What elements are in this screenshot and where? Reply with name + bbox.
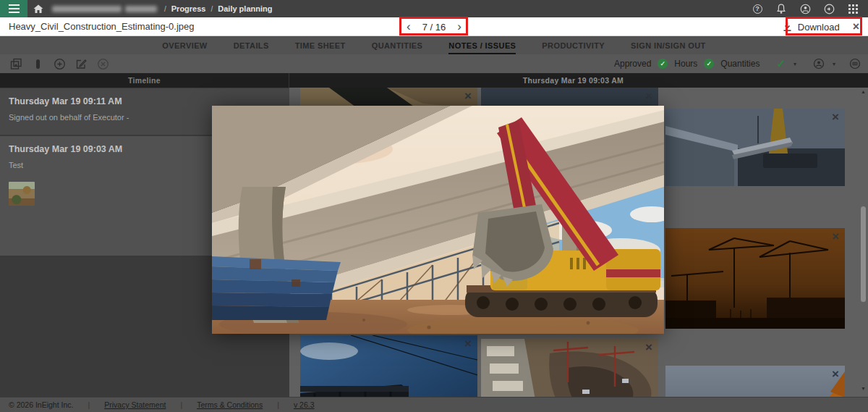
scroll-down-icon[interactable]: ▼ [861,386,866,391]
footer-separator: | [180,400,182,409]
gallery-item-aerial-site[interactable]: × [481,339,658,397]
hours-check-icon: ✓ [704,59,714,69]
image-viewer-header: Heavy_Civil_Construction_Estimating-0.jp… [0,17,868,36]
remove-photo-button[interactable]: × [464,338,472,349]
gallery-item-crane-beam[interactable]: × [665,109,845,186]
breadcrumb-separator: / [164,5,166,13]
tab-productivity[interactable]: PRODUCTIVITY [542,41,605,54]
tab-time-sheet[interactable]: TIME SHEET [295,41,346,54]
gallery-item-building-sky[interactable]: × [300,335,477,397]
day-column-header: Thursday Mar 19 09:03 AM [289,73,857,88]
apps-grid-icon[interactable] [845,2,861,15]
gallery-item-excavator-arm[interactable]: × [665,366,845,397]
scroll-up-icon[interactable]: ▲ [861,89,866,94]
brand-logo-icon[interactable] [821,2,837,15]
tab-overview[interactable]: OVERVIEW [162,41,207,54]
top-navigation-bar: / Progress / Daily planning ? [0,0,868,17]
breadcrumb-item-progress[interactable]: Progress [171,4,206,13]
copyright-text: © 2026 InEight Inc. [9,400,73,409]
user-filter-caret-icon[interactable]: ▾ [833,61,835,67]
cancel-icon[interactable] [96,57,109,70]
timeline-entry-photo-thumbnail[interactable] [9,182,35,206]
previous-image-button[interactable]: ‹ [407,18,411,35]
account-icon[interactable] [797,2,813,15]
remove-photo-button[interactable]: × [832,369,839,379]
toolbar-status-group: Approved ✓ Hours ✓ Quantities ✓ ▾ ▾ [614,57,868,70]
notifications-bell-icon[interactable] [773,2,789,15]
attachment-icon[interactable] [31,57,44,70]
timeline-entry-time: Thursday Mar 19 09:11 AM [9,96,281,106]
print-icon[interactable] [849,58,861,70]
close-viewer-button[interactable]: × [853,18,859,35]
download-button[interactable]: Download [798,22,840,33]
daily-plan-tabs: OVERVIEW DETAILS TIME SHEET QUANTITIES N… [0,36,868,54]
add-note-icon[interactable] [53,57,66,70]
status-approved-label: Approved [614,59,651,69]
footer-separator: | [88,400,90,409]
breadcrumb-item-daily-planning[interactable]: Daily planning [218,4,272,13]
privacy-statement-link[interactable]: Privacy Statement [104,400,166,409]
edit-icon[interactable] [75,57,88,70]
tab-details[interactable]: DETAILS [234,41,269,54]
redacted-project-name [52,6,122,12]
approve-dropdown-caret-icon[interactable]: ▾ [793,61,796,67]
help-icon[interactable]: ? [749,2,765,15]
tab-sign-in-out[interactable]: SIGN IN/SIGN OUT [631,41,706,54]
toolbar-left-icons [0,57,109,70]
hamburger-menu-button[interactable] [0,0,27,17]
status-quantities-label: Quantities [720,59,760,69]
footer-separator: | [277,400,279,409]
tab-quantities[interactable]: QUANTITIES [372,41,423,54]
lightbox-photo [212,106,664,334]
breadcrumb: / Progress / Daily planning [164,4,272,13]
notes-toolbar: Approved ✓ Hours ✓ Quantities ✓ ▾ ▾ [0,54,868,73]
image-pager: ‹ 7 / 16 › [402,17,466,36]
app-root: / Progress / Daily planning ? Heavy_Civi… [0,0,868,412]
status-hours-label: Hours [674,59,697,69]
approve-all-check-icon[interactable]: ✓ [776,57,786,70]
topnav-icon-group: ? [749,2,868,15]
remove-photo-button[interactable]: × [832,231,839,242]
viewer-actions: Download × [783,17,859,36]
tab-notes-issues[interactable]: NOTES / ISSUES [448,41,516,54]
page-footer: © 2026 InEight Inc. | Privacy Statement … [0,397,868,412]
gallery-item-sunset-cranes[interactable]: × [665,228,845,329]
remove-photo-button[interactable]: × [645,342,652,353]
next-image-button[interactable]: › [457,18,461,35]
approved-check-icon: ✓ [658,59,668,69]
image-position-indicator: 7 / 16 [422,22,446,33]
copy-icon[interactable] [9,57,22,70]
remove-photo-button[interactable]: × [832,112,839,122]
gallery-scrollbar-thumb[interactable] [861,206,866,302]
image-filename: Heavy_Civil_Construction_Estimating-0.jp… [9,17,195,36]
redacted-project-id [125,6,157,12]
remove-photo-button[interactable]: × [645,91,652,101]
grid-header-row: Timeline Thursday Mar 19 09:03 AM [0,73,868,88]
terms-conditions-link[interactable]: Terms & Conditions [197,400,263,409]
download-icon[interactable] [783,22,792,32]
timeline-column-header: Timeline [0,73,289,88]
remove-photo-button[interactable]: × [464,91,472,101]
user-filter-icon[interactable] [813,58,825,70]
home-icon[interactable] [33,4,43,14]
breadcrumb-separator: / [210,5,213,13]
version-link[interactable]: v 26.3 [294,400,315,409]
